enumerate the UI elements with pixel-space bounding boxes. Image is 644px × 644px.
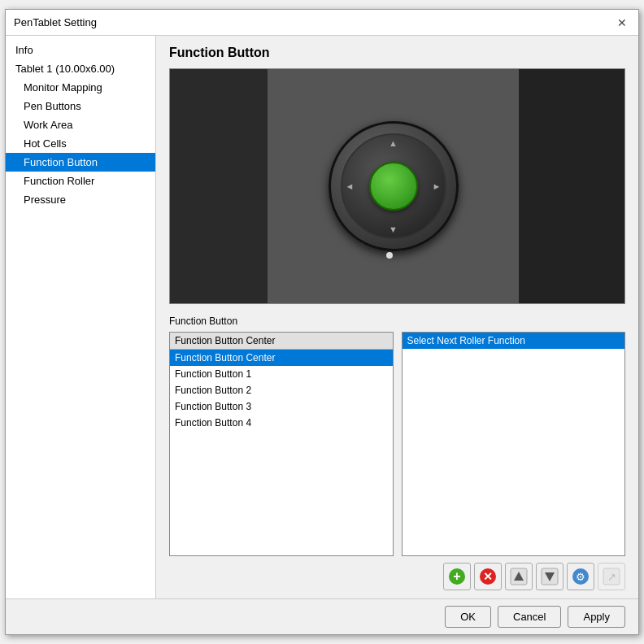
dial-inner-ring: ▲ ▼ ◄ ► [341,133,446,239]
main-window: PenTablet Setting ✕ InfoTablet 1 (10.00x… [5,9,639,635]
section-label: Function Button [169,315,625,327]
sidebar-item-pressure[interactable]: Pressure [6,190,155,209]
cancel-button[interactable]: Cancel [498,606,561,628]
left-list-item-btn1[interactable]: Function Button 1 [170,366,393,382]
window-title: PenTablet Setting [14,16,97,28]
add-button[interactable]: + [443,563,471,590]
lists-row: Function Button Center Function Button C… [169,332,625,556]
left-list-item-btn4[interactable]: Function Button 4 [170,415,393,431]
sidebar-item-pen-buttons[interactable]: Pen Buttons [6,97,155,115]
sidebar-item-work-area[interactable]: Work Area [6,115,155,134]
tablet-right-strip [519,69,624,303]
sidebar-item-tablet[interactable]: Tablet 1 (10.00x6.00) [6,59,155,78]
svg-text:+: + [453,569,460,583]
dial-outer: ▲ ▼ ◄ ► [329,121,459,251]
bottom-bar: OK Cancel Apply [6,598,638,634]
dial-center-button[interactable] [369,162,418,211]
right-list: Select Next Roller Function [402,332,626,556]
left-list-item-center[interactable]: Function Button Center [170,350,393,366]
tablet-left-strip [170,69,268,303]
apply-button[interactable]: Apply [568,606,625,628]
dial-arrow-top: ▲ [389,138,398,148]
sidebar: InfoTablet 1 (10.00x6.00)Monitor Mapping… [6,36,156,598]
svg-text:⚙: ⚙ [576,571,585,583]
sidebar-item-hot-cells[interactable]: Hot Cells [6,134,155,153]
function-button-section: Function Button Function Button Center F… [169,315,625,590]
svg-text:✕: ✕ [483,570,493,583]
tablet-center: ▲ ▼ ◄ ► [268,69,519,303]
move-up-button[interactable] [505,563,533,590]
sidebar-item-function-roller[interactable]: Function Roller [6,172,155,190]
left-list: Function Button Center Function Button C… [169,332,394,556]
svg-text:↗: ↗ [607,571,616,583]
move-down-button[interactable] [536,563,564,590]
dial-arrow-right: ► [433,181,442,191]
sidebar-item-info[interactable]: Info [6,41,155,59]
sidebar-item-function-button[interactable]: Function Button [6,153,155,172]
title-bar: PenTablet Setting ✕ [6,10,638,36]
right-list-header: Select Next Roller Function [402,333,625,349]
tablet-visual: ▲ ▼ ◄ ► [170,69,624,303]
left-list-header: Function Button Center [170,333,393,350]
left-list-item-btn3[interactable]: Function Button 3 [170,398,393,415]
close-button[interactable]: ✕ [614,15,630,30]
main-content: InfoTablet 1 (10.00x6.00)Monitor Mapping… [6,36,638,598]
right-panel: Function Button ▲ ▼ ◄ ► [156,36,638,598]
dial-arrow-bottom: ▼ [389,224,398,234]
toolbar: + ✕ [169,563,625,590]
panel-title: Function Button [169,46,625,60]
small-dot [386,252,393,259]
ok-button[interactable]: OK [445,606,491,628]
left-list-item-btn2[interactable]: Function Button 2 [170,382,393,398]
remove-button[interactable]: ✕ [474,563,502,590]
tablet-image-area: ▲ ▼ ◄ ► [169,68,625,304]
settings-button[interactable]: ⚙ [567,563,594,590]
dial-arrow-left: ◄ [346,181,355,191]
sidebar-item-monitor-mapping[interactable]: Monitor Mapping [6,78,155,97]
export-button[interactable]: ↗ [598,563,625,590]
